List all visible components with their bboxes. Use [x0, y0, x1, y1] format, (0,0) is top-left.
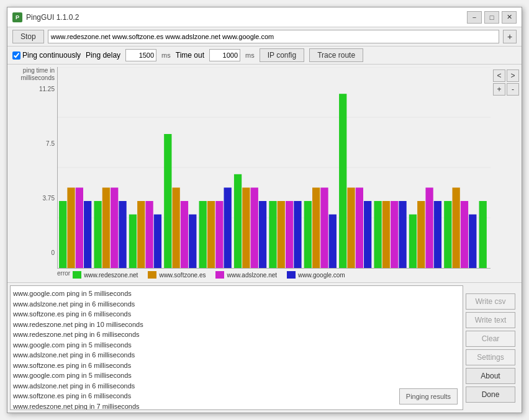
y-tick-3: 3.75 — [43, 195, 55, 202]
svg-rect-29 — [278, 201, 285, 268]
svg-rect-11 — [119, 201, 126, 268]
svg-rect-48 — [444, 201, 451, 268]
ping-continuously-label: Ping continuously — [12, 51, 81, 60]
svg-rect-51 — [469, 215, 476, 268]
svg-rect-12 — [129, 215, 137, 268]
svg-rect-5 — [67, 187, 75, 268]
svg-rect-30 — [286, 201, 293, 268]
legend-label-redeszone: www.redeszone.net — [84, 272, 138, 279]
toolbar: Stop + — [7, 27, 522, 47]
y-tick-2: 7.5 — [46, 140, 55, 147]
svg-rect-22 — [215, 201, 223, 268]
chart-container: ping time inmilliseconds 11.25 7.5 3.75 … — [7, 67, 522, 269]
svg-rect-45 — [417, 201, 425, 268]
pinging-results-badge: Pinging results — [399, 388, 458, 405]
svg-rect-39 — [364, 201, 371, 268]
legend-color-adslzone — [215, 271, 224, 279]
svg-rect-4 — [59, 201, 66, 268]
svg-rect-28 — [269, 201, 276, 268]
minimize-button[interactable]: − — [467, 11, 482, 24]
svg-rect-37 — [347, 187, 355, 268]
svg-rect-52 — [479, 201, 487, 268]
log-line: www.redeszone.net ping in 10 millisecond… — [13, 319, 460, 330]
log-line: www.google.com ping in 5 milliseconds — [13, 370, 460, 381]
legend-item-redeszone: www.redeszone.net — [73, 271, 138, 279]
write-csv-button[interactable]: Write csv — [466, 293, 515, 310]
ping-delay-input[interactable] — [125, 49, 156, 61]
legend: www.redeszone.net www.softzone.es www.ad… — [73, 270, 345, 280]
pan-left-button[interactable]: < — [493, 69, 505, 82]
close-button[interactable]: ✕ — [502, 11, 517, 24]
zoom-buttons: + - — [493, 83, 519, 96]
svg-rect-41 — [382, 201, 390, 268]
ping-continuously-checkbox[interactable] — [12, 51, 20, 60]
chart-inner — [57, 67, 491, 269]
clear-button[interactable]: Clear — [466, 331, 515, 347]
zoom-in-button[interactable]: + — [493, 83, 505, 96]
ping-delay-label: Ping delay — [86, 51, 120, 60]
ip-config-button[interactable]: IP config — [260, 48, 304, 62]
zoom-controls: < > + - — [491, 67, 522, 269]
legend-item-google: www.google.com — [287, 271, 345, 279]
error-label: error — [57, 270, 73, 277]
chart-bottom: error www.redeszone.net www.softzone.es … — [7, 269, 522, 282]
y-axis-label: ping time inmilliseconds — [21, 67, 55, 82]
svg-rect-33 — [312, 187, 320, 268]
log-line: www.adslzone.net ping in 6 milliseconds — [13, 381, 460, 391]
legend-color-google — [287, 271, 296, 279]
legend-color-softzone — [148, 271, 156, 279]
write-text-button[interactable]: Write text — [466, 312, 515, 328]
svg-rect-36 — [339, 94, 346, 268]
log-line: www.softzone.es ping in 6 milliseconds — [13, 360, 460, 371]
log-line: www.google.com ping in 5 milliseconds — [13, 340, 460, 351]
svg-rect-26 — [251, 187, 258, 268]
zoom-out-button[interactable]: - — [507, 83, 519, 96]
log-line: www.adslzone.net ping in 6 milliseconds — [13, 299, 460, 310]
svg-rect-40 — [374, 201, 381, 268]
svg-rect-10 — [111, 187, 118, 268]
window-title: PingGUI 1.1.0.2 — [26, 13, 467, 22]
svg-rect-9 — [102, 187, 110, 268]
svg-rect-20 — [199, 201, 207, 268]
add-url-button[interactable]: + — [503, 30, 517, 43]
ping-delay-unit: ms — [161, 51, 171, 59]
chart-svg — [58, 67, 491, 268]
trace-route-button[interactable]: Trace route — [309, 48, 363, 62]
log-line: www.redeszone.net ping in 7 milliseconds — [13, 401, 460, 411]
log-line: www.redeszone.net ping in 6 milliseconds — [13, 329, 460, 340]
svg-rect-46 — [425, 187, 433, 268]
svg-rect-42 — [391, 201, 398, 268]
time-out-input[interactable] — [209, 49, 240, 61]
time-out-unit: ms — [245, 51, 255, 59]
about-button[interactable]: About — [466, 368, 515, 384]
svg-rect-6 — [76, 187, 83, 268]
log-area[interactable]: www.google.com ping in 5 milliseconds ww… — [10, 285, 463, 410]
svg-rect-44 — [409, 215, 417, 268]
log-line: www.adslzone.net ping in 6 milliseconds — [13, 350, 460, 360]
legend-label-adslzone: www.adslzone.net — [227, 272, 277, 279]
svg-rect-49 — [453, 187, 460, 268]
maximize-button[interactable]: □ — [484, 11, 499, 24]
svg-rect-8 — [94, 201, 101, 268]
legend-label-softzone: www.softzone.es — [159, 272, 206, 279]
done-button[interactable]: Done — [466, 386, 515, 403]
stop-button[interactable]: Stop — [12, 30, 44, 43]
titlebar: P PingGUI 1.1.0.2 − □ ✕ — [7, 7, 522, 27]
main-window: P PingGUI 1.1.0.2 − □ ✕ Stop + Ping cont… — [7, 7, 522, 413]
side-buttons: Write csv Write text Clear Settings Abou… — [466, 283, 522, 413]
legend-label-google: www.google.com — [298, 272, 345, 279]
svg-rect-24 — [234, 174, 242, 268]
svg-rect-19 — [189, 215, 196, 268]
svg-rect-31 — [294, 201, 301, 268]
svg-rect-15 — [154, 215, 161, 268]
time-out-label: Time out — [176, 51, 204, 60]
y-tick-4: 0 — [51, 249, 55, 256]
settings-button[interactable]: Settings — [466, 349, 515, 365]
legend-item-adslzone: www.adslzone.net — [215, 271, 277, 279]
svg-rect-17 — [173, 187, 180, 268]
options-bar: Ping continuously Ping delay ms Time out… — [7, 47, 522, 65]
pan-right-button[interactable]: > — [507, 69, 519, 82]
svg-rect-7 — [84, 201, 91, 268]
url-input[interactable] — [48, 30, 499, 43]
y-ticks: 11.25 7.5 3.75 0 — [39, 86, 55, 256]
